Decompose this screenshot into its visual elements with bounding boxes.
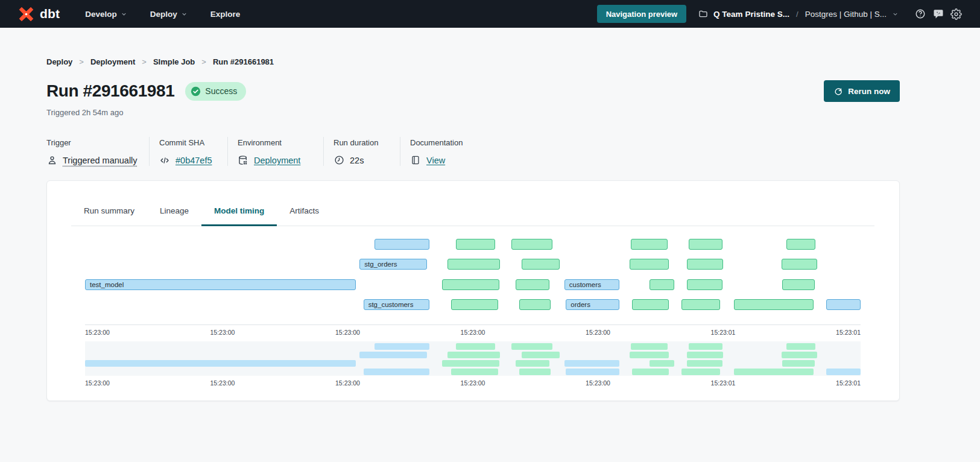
mini-chart-bar bbox=[566, 369, 619, 375]
gantt-bar-stg_orders[interactable]: stg_orders bbox=[359, 259, 427, 270]
axis-tick: 15:23:00 bbox=[461, 379, 485, 388]
mini-chart-bar bbox=[451, 369, 498, 375]
gantt-bar-test_model[interactable]: test_model bbox=[85, 279, 356, 290]
navigation-preview-button[interactable]: Navigation preview bbox=[597, 5, 686, 23]
gantt-bar[interactable] bbox=[630, 259, 669, 270]
documentation-view-link[interactable]: View bbox=[426, 156, 445, 165]
nav-menu-explore[interactable]: Explore bbox=[210, 10, 241, 19]
commit-sha-link[interactable]: #0b47ef5 bbox=[175, 156, 212, 165]
meta-commit-sha: Commit SHA #0b47ef5 bbox=[149, 137, 227, 166]
environment-link[interactable]: Deployment bbox=[254, 156, 300, 165]
nav-menu-deploy[interactable]: Deploy bbox=[150, 10, 188, 19]
mini-chart-bar bbox=[564, 360, 619, 367]
gantt-bar[interactable] bbox=[826, 299, 861, 310]
gantt-bar[interactable] bbox=[451, 299, 498, 310]
mini-chart-bar bbox=[447, 352, 500, 358]
project-breadcrumb[interactable]: Q Team Pristine S... / Postgres | Github… bbox=[698, 9, 899, 19]
status-badge-label: Success bbox=[205, 86, 237, 96]
gear-icon[interactable] bbox=[950, 8, 962, 20]
dbt-logo-icon bbox=[18, 6, 34, 22]
mini-chart[interactable] bbox=[85, 341, 861, 376]
mini-chart-bar bbox=[687, 352, 723, 358]
gantt-bar[interactable] bbox=[511, 239, 552, 250]
nav-menus: Develop Deploy Explore bbox=[85, 10, 240, 19]
gantt-bar[interactable] bbox=[516, 279, 550, 290]
project-name[interactable]: Q Team Pristine S... bbox=[713, 10, 789, 19]
mini-chart-bar bbox=[689, 343, 723, 350]
dbt-logo-text: dbt bbox=[40, 7, 60, 21]
breadcrumb-deployment[interactable]: Deployment bbox=[90, 57, 135, 66]
mini-chart-bar bbox=[734, 369, 813, 375]
gantt-bar[interactable] bbox=[632, 299, 669, 310]
mini-chart-bar bbox=[519, 369, 550, 375]
mini-chart-bar bbox=[632, 369, 669, 375]
mini-chart-bar bbox=[85, 360, 356, 367]
axis-tick: 15:23:00 bbox=[586, 379, 610, 388]
database-icon bbox=[238, 155, 248, 166]
gantt-bar[interactable] bbox=[689, 239, 723, 250]
gantt-bar[interactable] bbox=[650, 279, 674, 290]
gantt-bar[interactable] bbox=[782, 259, 817, 270]
mini-chart-bar bbox=[456, 343, 496, 350]
mini-chart-bar bbox=[782, 352, 817, 358]
nav-menu-label: Explore bbox=[210, 10, 241, 19]
meta-documentation: Documentation View bbox=[400, 137, 463, 166]
mini-chart-bar bbox=[826, 369, 861, 375]
gantt-bar[interactable] bbox=[456, 239, 496, 250]
tab-run-summary[interactable]: Run summary bbox=[71, 206, 147, 226]
chevron-down-icon[interactable] bbox=[892, 11, 899, 17]
gantt-bar-customers[interactable]: customers bbox=[564, 279, 619, 290]
tab-lineage[interactable]: Lineage bbox=[147, 206, 201, 226]
gantt-bar[interactable] bbox=[519, 299, 550, 310]
navbar-right: Navigation preview Q Team Pristine S... … bbox=[597, 5, 962, 23]
breadcrumb-simple-job[interactable]: SImple Job bbox=[153, 57, 195, 66]
breadcrumb-separator: > bbox=[195, 57, 213, 66]
mini-chart-bar bbox=[650, 360, 674, 367]
mini-chart-bar bbox=[786, 343, 816, 350]
meta-label: Commit SHA bbox=[159, 138, 227, 147]
gantt-bar[interactable] bbox=[631, 239, 667, 250]
axis-tick: 15:23:00 bbox=[586, 329, 610, 337]
gantt-bar[interactable] bbox=[734, 299, 813, 310]
gantt-bar[interactable] bbox=[442, 279, 499, 290]
gantt-bar[interactable] bbox=[375, 239, 429, 250]
gantt-bar[interactable] bbox=[782, 279, 815, 290]
breadcrumb-deploy[interactable]: Deploy bbox=[46, 57, 72, 66]
gantt-bar[interactable] bbox=[687, 259, 723, 270]
gantt-chart: stg_orderstest_modelcustomersstg_custome… bbox=[85, 226, 861, 325]
gantt-bar[interactable] bbox=[786, 239, 816, 250]
gantt-bar[interactable] bbox=[681, 299, 720, 310]
breadcrumb-current-run: Run #291661981 bbox=[213, 57, 274, 66]
mini-chart-bar bbox=[364, 369, 429, 375]
axis-tick: 15:23:01 bbox=[836, 329, 861, 337]
tab-artifacts[interactable]: Artifacts bbox=[277, 206, 332, 226]
rerun-now-button[interactable]: Rerun now bbox=[824, 80, 900, 102]
meta-environment: Environment Deployment bbox=[227, 137, 323, 166]
mini-chart-bar bbox=[782, 360, 815, 367]
refresh-icon bbox=[833, 87, 842, 96]
mini-chart-bar bbox=[511, 343, 552, 350]
connection-name[interactable]: Postgres | Github | S... bbox=[805, 10, 887, 19]
gantt-bar[interactable] bbox=[522, 259, 560, 270]
person-icon bbox=[46, 155, 57, 165]
feedback-icon[interactable] bbox=[932, 8, 944, 20]
mini-chart-bar bbox=[681, 369, 720, 375]
document-icon bbox=[410, 155, 421, 165]
trigger-value[interactable]: Triggered manually bbox=[63, 156, 138, 165]
gantt-bar-orders[interactable]: orders bbox=[566, 299, 619, 310]
gantt-bar-stg_customers[interactable]: stg_customers bbox=[364, 299, 429, 310]
page-title: Run #291661981 bbox=[46, 81, 174, 101]
run-detail-card: Run summary Lineage Model timing Artifac… bbox=[46, 180, 900, 401]
mini-axis: 15:23:00 15:23:00 15:23:00 15:23:00 15:2… bbox=[85, 379, 861, 388]
run-meta-row: Trigger Triggered manually Commit SHA #0… bbox=[46, 137, 900, 166]
gantt-bar[interactable] bbox=[447, 259, 500, 270]
gantt-bar[interactable] bbox=[687, 279, 722, 290]
help-icon[interactable] bbox=[914, 8, 926, 20]
tab-model-timing[interactable]: Model timing bbox=[201, 206, 277, 226]
code-icon bbox=[159, 155, 170, 166]
mini-chart-bar bbox=[630, 352, 669, 358]
axis-tick: 15:23:00 bbox=[210, 379, 235, 388]
dbt-logo[interactable]: dbt bbox=[18, 6, 60, 22]
rerun-now-label: Rerun now bbox=[848, 87, 890, 96]
nav-menu-develop[interactable]: Develop bbox=[85, 10, 127, 19]
